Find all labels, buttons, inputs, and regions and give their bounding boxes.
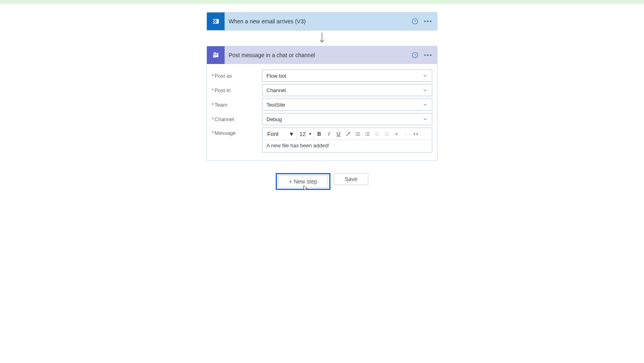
font-size-selector[interactable]: 12 ▼ [298, 128, 314, 140]
select-channel[interactable]: Debug [262, 113, 432, 125]
chevron-down-icon [422, 102, 428, 107]
teams-icon: T [207, 46, 225, 64]
action-title: Post message in a chat or channel [225, 52, 411, 58]
svg-text:3: 3 [365, 134, 366, 136]
editor-toolbar: Font ▼ 12 ▼ B I U [262, 128, 432, 140]
label-post-in: *Post in [212, 87, 262, 93]
trigger-title: When a new email arrives (V3) [225, 18, 411, 25]
label-channel: *Channel [212, 116, 262, 122]
svg-point-13 [356, 132, 357, 133]
field-post-as: *Post as Flow bot [212, 70, 432, 82]
help-icon[interactable]: ? [411, 18, 419, 25]
trigger-card[interactable]: When a new email arrives (V3) ? [206, 12, 438, 31]
link-button[interactable] [392, 130, 401, 138]
action-header[interactable]: T Post message in a chat or channel ? [207, 46, 437, 64]
action-card: T Post message in a chat or channel ? *P… [206, 46, 438, 161]
svg-text:?: ? [414, 54, 416, 57]
highlight-button[interactable] [344, 130, 353, 138]
help-icon[interactable]: ? [411, 52, 419, 59]
label-team: *Team [212, 102, 262, 108]
field-post-in: *Post in Channel [212, 84, 432, 96]
select-value: Channel [266, 87, 286, 93]
rich-text-editor: Font ▼ 12 ▼ B I U [262, 128, 432, 153]
select-value: TestSite [266, 102, 285, 108]
flow-footer: + New step Save [276, 173, 368, 190]
bold-button[interactable]: B [315, 130, 324, 138]
svg-point-7 [214, 52, 216, 55]
underline-button[interactable]: U [334, 130, 343, 138]
select-value: Debug [266, 116, 282, 122]
field-team: *Team TestSite [212, 99, 432, 111]
font-selector[interactable]: Font ▼ [265, 128, 297, 140]
svg-text:T: T [214, 55, 216, 57]
trigger-header[interactable]: When a new email arrives (V3) ? [207, 12, 437, 30]
save-button[interactable]: Save [334, 173, 368, 185]
select-post-as[interactable]: Flow bot [262, 70, 432, 82]
unlink-button[interactable] [402, 130, 411, 138]
chevron-down-icon [422, 116, 428, 122]
svg-point-6 [217, 53, 219, 55]
svg-rect-9 [217, 55, 219, 57]
field-channel: *Channel Debug [212, 113, 432, 125]
outlook-icon [207, 12, 225, 30]
indent-button[interactable] [382, 130, 391, 138]
svg-text:?: ? [414, 20, 416, 23]
flow-canvas: When a new email arrives (V3) ? [0, 4, 644, 190]
svg-point-14 [356, 134, 357, 134]
new-step-button[interactable]: + New step [278, 175, 328, 188]
chevron-down-icon [422, 73, 428, 78]
bullet-list-button[interactable] [353, 130, 362, 138]
flow-arrow [319, 31, 325, 46]
new-step-highlight: + New step [276, 173, 330, 190]
caret-down-icon: ▼ [308, 132, 312, 136]
more-icon[interactable] [424, 21, 431, 22]
select-team[interactable]: TestSite [262, 99, 432, 111]
more-icon[interactable] [424, 54, 431, 56]
select-value: Flow bot [266, 73, 286, 79]
label-message: *Message [212, 128, 262, 136]
outdent-button[interactable] [373, 130, 382, 138]
chevron-down-icon [422, 87, 428, 93]
top-success-banner [0, 0, 644, 4]
italic-button[interactable]: I [324, 130, 333, 138]
svg-point-15 [356, 135, 357, 136]
message-textarea[interactable]: A new file has been added! [262, 140, 432, 152]
action-body: *Post as Flow bot *Post in Channel *Team… [207, 64, 437, 161]
label-post-as: *Post as [212, 73, 262, 79]
code-view-button[interactable] [411, 130, 420, 138]
select-post-in[interactable]: Channel [262, 84, 432, 96]
number-list-button[interactable]: 123 [363, 130, 372, 138]
field-message: *Message Font ▼ 12 ▼ B I U [212, 128, 432, 153]
caret-down-icon: ▼ [289, 131, 294, 137]
